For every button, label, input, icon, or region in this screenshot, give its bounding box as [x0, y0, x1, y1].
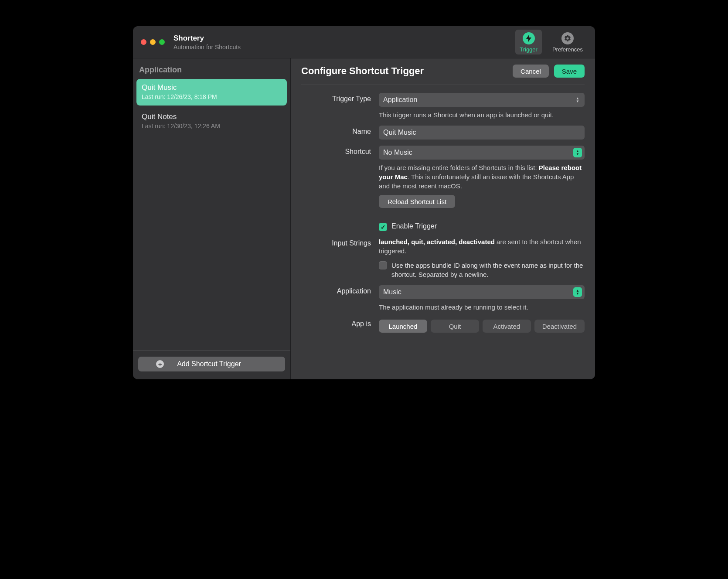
app-window: Shortery Automation for Shortcuts Trigge…	[133, 26, 595, 379]
divider	[301, 216, 585, 216]
app-is-segmented: Launched Quit Activated Deactivated	[379, 320, 585, 333]
seg-deactivated[interactable]: Deactivated	[534, 320, 585, 333]
bundle-id-label: Use the apps bundle ID along with the ev…	[391, 261, 585, 279]
chevron-updown-icon: ▲▼	[573, 287, 582, 297]
application-select[interactable]: Music ▲▼	[379, 285, 585, 299]
close-icon[interactable]	[141, 39, 146, 45]
page-title: Configure Shortcut Trigger	[301, 65, 507, 77]
cancel-button[interactable]: Cancel	[513, 65, 549, 78]
input-strings-help: launched, quit, activated, deactivated a…	[379, 237, 585, 255]
seg-launched[interactable]: Launched	[379, 320, 427, 333]
app-title-block: Shortery Automation for Shortcuts	[173, 34, 241, 51]
shortcut-help: If you are missing entire folders of Sho…	[379, 163, 585, 191]
app-name: Shortery	[173, 34, 241, 43]
app-is-label: App is	[301, 318, 371, 328]
chevron-updown-icon: ▲▼	[573, 95, 582, 105]
sidebar-item-title: Quit Notes	[142, 112, 282, 121]
add-trigger-label: Add Shortcut Trigger	[177, 360, 241, 368]
tab-preferences[interactable]: Preferences	[548, 30, 587, 54]
trigger-type-help: This trigger runs a Shortcut when an app…	[379, 110, 585, 119]
tab-trigger[interactable]: Trigger	[515, 30, 542, 54]
trigger-type-label: Trigger Type	[301, 93, 371, 103]
tab-preferences-label: Preferences	[552, 46, 583, 53]
minimize-icon[interactable]	[150, 39, 156, 45]
seg-quit[interactable]: Quit	[431, 320, 479, 333]
enable-trigger-checkbox[interactable]: ✓	[379, 223, 387, 231]
sidebar-item-title: Quit Music	[142, 83, 282, 92]
window-controls	[141, 39, 165, 45]
toolbar-tabs: Trigger Preferences	[515, 30, 587, 54]
chevron-updown-icon: ▲▼	[573, 148, 582, 157]
input-strings-label: Input Strings	[301, 237, 371, 247]
application-value: Music	[383, 288, 401, 296]
sidebar-footer: + Add Shortcut Trigger	[133, 350, 290, 379]
fullscreen-icon[interactable]	[159, 39, 165, 45]
enable-trigger-label: Enable Trigger	[391, 222, 437, 230]
sidebar-item-subtitle: Last run: 12/30/23, 12:26 AM	[142, 123, 282, 129]
trigger-type-select[interactable]: Application ▲▼	[379, 93, 585, 107]
sidebar-item-quit-music[interactable]: Quit Music Last run: 12/26/23, 8:18 PM	[136, 79, 287, 106]
sidebar-header: Application	[133, 58, 290, 79]
gear-icon	[561, 32, 574, 44]
main-panel: Configure Shortcut Trigger Cancel Save T…	[291, 58, 595, 379]
save-button[interactable]: Save	[554, 65, 585, 78]
name-label: Name	[301, 126, 371, 136]
tab-trigger-label: Trigger	[520, 46, 537, 53]
sidebar: Application Quit Music Last run: 12/26/2…	[133, 58, 291, 379]
app-subtitle: Automation for Shortcuts	[173, 44, 241, 51]
shortcut-label: Shortcut	[301, 146, 371, 156]
application-label: Application	[301, 285, 371, 295]
seg-activated[interactable]: Activated	[483, 320, 531, 333]
shortcut-select[interactable]: No Music ▲▼	[379, 146, 585, 160]
trigger-type-value: Application	[383, 96, 417, 104]
titlebar: Shortery Automation for Shortcuts Trigge…	[133, 26, 595, 58]
bundle-id-checkbox[interactable]	[379, 261, 387, 269]
sidebar-item-subtitle: Last run: 12/26/23, 8:18 PM	[142, 93, 282, 100]
reload-shortcut-button[interactable]: Reload Shortcut List	[379, 195, 455, 208]
main-header: Configure Shortcut Trigger Cancel Save	[301, 65, 585, 85]
plus-icon: +	[156, 360, 164, 368]
sidebar-item-quit-notes[interactable]: Quit Notes Last run: 12/30/23, 12:26 AM	[136, 108, 287, 135]
add-trigger-button[interactable]: + Add Shortcut Trigger	[138, 357, 285, 371]
shortcut-value: No Music	[383, 149, 412, 157]
bolt-icon	[523, 32, 535, 44]
name-input[interactable]	[379, 126, 585, 140]
application-help: The application must already be running …	[379, 303, 585, 312]
